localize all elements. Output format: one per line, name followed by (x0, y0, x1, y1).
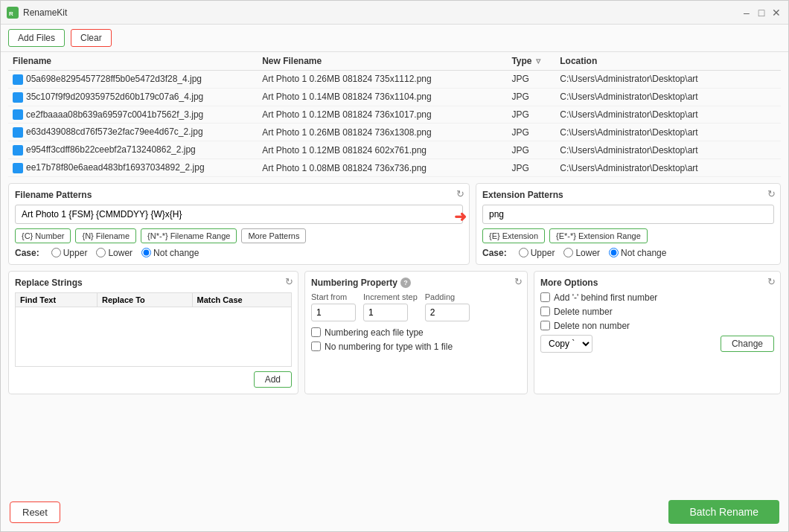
extension-case-label: Case: (482, 248, 507, 258)
filename-case-label: Case: (15, 248, 39, 258)
table-header-row: Filename New Filename Type ▿ Location (8, 52, 781, 71)
extension-case-lower[interactable]: Lower (563, 248, 600, 258)
table-row: ee17b78f80e6aead483bf16937034892_2.jpg A… (8, 159, 781, 177)
col-header-filename: Filename (8, 52, 258, 71)
numbering-check-1-label: Numbering each file type (325, 327, 424, 338)
start-from-input[interactable] (311, 304, 356, 321)
replace-table: Find Text Replace To Match Case (15, 292, 292, 367)
table-row: e954ff3cdff86b22ceebf2a713240862_2.jpg A… (8, 141, 781, 159)
padding-label: Padding (425, 292, 470, 301)
filename-case-lower[interactable]: Lower (96, 248, 132, 258)
replace-table-empty-row (16, 307, 292, 366)
patterns-row: Filename Patterns ↻ {C} Number {N} Filen… (1, 177, 788, 265)
bottom-panels: Replace Strings ↻ Find Text Replace To M… (1, 265, 788, 394)
replace-strings-refresh[interactable]: ↻ (285, 276, 293, 287)
maximize-button[interactable]: □ (756, 7, 767, 19)
title-bar-left: R RenameKit (7, 7, 67, 19)
batch-rename-button[interactable]: Batch Rename (668, 500, 779, 524)
footer-bar: Reset Batch Rename (1, 493, 788, 531)
cell-newfilename: Art Photo 1 0.12MB 081824 602x761.png (258, 141, 507, 159)
numbering-property-title: Numbering Property ? (311, 278, 521, 288)
filename-case-upper[interactable]: Upper (51, 248, 88, 258)
cell-type: JPG (507, 159, 555, 177)
delete-non-number-check[interactable] (540, 321, 550, 330)
extension-pattern-input[interactable] (482, 205, 774, 224)
extension-patterns-refresh[interactable]: ↻ (767, 188, 776, 199)
cell-location: C:\Users\Administrator\Desktop\art (555, 71, 781, 89)
add-files-button[interactable]: Add Files (8, 29, 65, 47)
title-bar: R RenameKit – □ ✕ (1, 1, 788, 25)
extension-case-notchange[interactable]: Not change (609, 248, 666, 258)
more-options-check-3: Delete non number (540, 321, 774, 331)
pattern-btn-filename-range[interactable]: {N*-*} Filename Range (141, 228, 237, 243)
extension-patterns-panel: Extension Patterns ↻ ➜ {E} Extension {E*… (476, 183, 781, 265)
delete-number-check[interactable] (540, 307, 550, 316)
filename-patterns-title: Filename Patterns (15, 190, 463, 200)
numbering-refresh[interactable]: ↻ (514, 276, 523, 287)
cell-type: JPG (507, 106, 555, 124)
more-options-title: More Options (540, 278, 774, 288)
toolbar: Add Files Clear (1, 25, 788, 52)
cell-location: C:\Users\Administrator\Desktop\art (555, 124, 781, 141)
replace-col-find: Find Text (16, 292, 98, 307)
app-title: RenameKit (23, 7, 67, 18)
filter-icon[interactable]: ▿ (536, 56, 540, 66)
reset-button[interactable]: Reset (10, 501, 60, 523)
add-dash-check[interactable] (540, 292, 550, 302)
replace-col-replace: Replace To (97, 292, 192, 307)
cell-filename: ce2fbaaaa08b639a69597c0041b7562f_3.jpg (8, 106, 258, 124)
file-table-body: 05a698e8295457728ff5b0e5472d3f28_4.jpg A… (8, 71, 781, 177)
minimize-button[interactable]: – (741, 7, 753, 19)
replace-table-header: Find Text Replace To Match Case (16, 292, 292, 307)
cell-type: JPG (507, 71, 555, 89)
more-options-panel: More Options ↻ Add '-' behind first numb… (534, 271, 781, 394)
cell-filename: e954ff3cdff86b22ceebf2a713240862_2.jpg (8, 141, 258, 159)
filename-pattern-input[interactable] (15, 205, 463, 224)
red-arrow-indicator: ➜ (454, 208, 467, 225)
numbering-property-panel: ↻ Numbering Property ? Start from Increm… (304, 271, 528, 394)
increment-step-input[interactable] (363, 304, 408, 321)
file-icon (13, 92, 23, 103)
add-replace-button[interactable]: Add (254, 371, 292, 388)
padding-input[interactable] (425, 304, 470, 321)
start-from-field: Start from (311, 292, 356, 321)
cell-newfilename: Art Photo 1 0.14MB 081824 736x1104.png (258, 88, 507, 106)
window-controls: – □ ✕ (741, 7, 782, 19)
pattern-btn-more[interactable]: More Patterns (241, 228, 306, 243)
table-row: e63d439088cd76f573e2fac79ee4d67c_2.jpg A… (8, 124, 781, 141)
pattern-btn-filename[interactable]: {N} Filename (75, 228, 136, 243)
cell-location: C:\Users\Administrator\Desktop\art (555, 159, 781, 177)
extension-patterns-title: Extension Patterns (482, 190, 774, 200)
more-options-check-1: Add '-' behind first number (540, 292, 774, 303)
file-table-section: Filename New Filename Type ▿ Location (1, 52, 788, 177)
close-button[interactable]: ✕ (770, 7, 782, 19)
clear-button[interactable]: Clear (71, 29, 112, 47)
cell-newfilename: Art Photo 1 0.08MB 081824 736x736.png (258, 159, 507, 177)
table-row: ce2fbaaaa08b639a69597c0041b7562f_3.jpg A… (8, 106, 781, 124)
copy-to-select[interactable]: Copy ` (540, 335, 592, 353)
filename-patterns-refresh[interactable]: ↻ (456, 188, 464, 199)
cell-type: JPG (507, 88, 555, 106)
extension-case-upper[interactable]: Upper (519, 248, 555, 258)
numbering-each-file-type-check[interactable] (311, 327, 321, 337)
col-header-type: Type ▿ (507, 52, 555, 71)
cell-newfilename: Art Photo 1 0.12MB 081824 736x1017.png (258, 106, 507, 124)
replace-strings-panel: Replace Strings ↻ Find Text Replace To M… (8, 271, 298, 394)
file-icon (13, 74, 23, 85)
app-window: R RenameKit – □ ✕ Add Files Clear Filena… (0, 0, 789, 532)
app-icon: R (7, 7, 19, 19)
change-button[interactable]: Change (721, 336, 774, 352)
no-numbering-check[interactable] (311, 342, 321, 351)
more-options-refresh[interactable]: ↻ (767, 276, 776, 287)
svg-text:R: R (9, 10, 13, 17)
ext-btn-extension-range[interactable]: {E*-*} Extension Range (549, 228, 648, 243)
numbering-check-1: Numbering each file type (311, 327, 521, 338)
cell-type: JPG (507, 124, 555, 141)
pattern-btn-number[interactable]: {C} Number (15, 228, 71, 243)
filename-case-notchange[interactable]: Not change (141, 248, 199, 258)
cell-newfilename: Art Photo 1 0.26MB 081824 735x1112.png (258, 71, 507, 89)
cell-location: C:\Users\Administrator\Desktop\art (555, 141, 781, 159)
ext-btn-extension[interactable]: {E} Extension (482, 228, 545, 243)
replace-strings-title: Replace Strings (15, 278, 292, 288)
col-header-location: Location (555, 52, 781, 71)
